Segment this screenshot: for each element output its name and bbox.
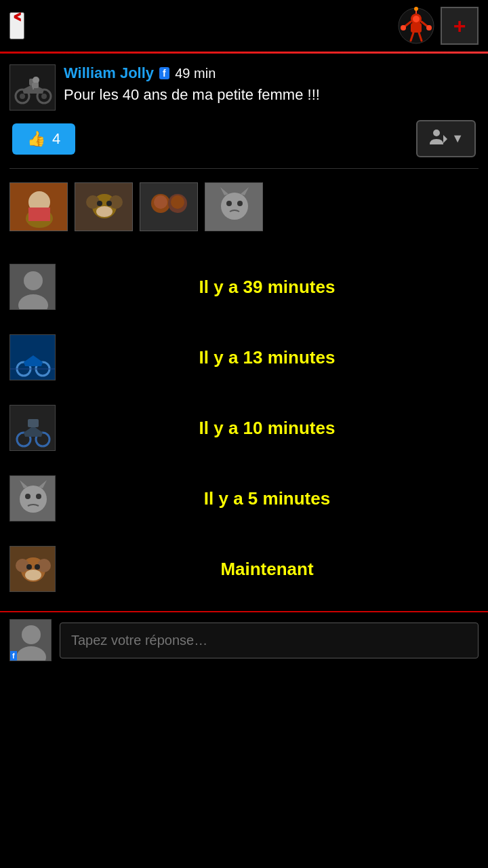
header-right: +: [397, 7, 479, 45]
activity-time-3: Il y a 10 minutes: [56, 418, 479, 439]
svg-point-7: [401, 25, 406, 31]
chevron-down-icon: ▼: [451, 132, 464, 146]
activity-time-2: Il y a 13 minutes: [56, 347, 479, 368]
activity-list: Il y a 39 minutes Il y a 13 minutes: [0, 245, 488, 611]
svg-point-33: [97, 201, 102, 206]
svg-marker-23: [443, 135, 447, 143]
svg-rect-58: [28, 419, 39, 427]
activity-time-5: Maintenant: [56, 559, 479, 580]
svg-point-8: [426, 25, 432, 31]
reply-avatar: f: [9, 619, 52, 661]
activity-avatar-4: [9, 475, 56, 521]
plus-icon: +: [453, 15, 466, 37]
activity-item-2[interactable]: Il y a 13 minutes: [0, 322, 488, 393]
thumbnail-4[interactable]: [205, 182, 263, 231]
svg-point-38: [154, 195, 167, 209]
svg-point-4: [414, 7, 418, 11]
svg-point-63: [25, 494, 30, 499]
post-author-line: William Jolly f 49 min: [64, 64, 479, 82]
svg-rect-9: [411, 23, 422, 33]
author-name: William Jolly: [64, 64, 154, 82]
thumbnails-row: [0, 169, 488, 245]
svg-rect-27: [28, 208, 50, 221]
svg-point-45: [237, 201, 243, 206]
svg-point-15: [20, 94, 25, 99]
svg-point-32: [96, 206, 113, 217]
header: ˂ +: [0, 0, 488, 52]
thumbnail-1[interactable]: [9, 182, 68, 231]
activity-item-3[interactable]: Il y a 10 minutes: [0, 393, 488, 463]
thumbnail-2[interactable]: [75, 182, 133, 231]
post-meta: William Jolly f 49 min Pour les 40 ans d…: [64, 64, 479, 104]
facebook-badge: f: [159, 67, 169, 79]
post-header: William Jolly f 49 min Pour les 40 ans d…: [9, 64, 479, 111]
like-count: 4: [52, 130, 60, 148]
like-button[interactable]: 👍 4: [12, 123, 75, 155]
post-avatar: [9, 64, 56, 111]
reply-input[interactable]: [60, 623, 479, 658]
activity-item-5[interactable]: Maintenant: [0, 534, 488, 604]
svg-point-39: [171, 195, 184, 209]
svg-rect-21: [32, 83, 39, 88]
person-icon: [428, 127, 447, 151]
add-button[interactable]: +: [441, 7, 479, 45]
activity-avatar-2: [9, 334, 56, 380]
svg-point-44: [226, 201, 232, 206]
svg-point-20: [33, 77, 39, 83]
svg-point-34: [106, 201, 112, 206]
svg-point-47: [24, 271, 43, 290]
thumbs-up-icon: 👍: [27, 130, 45, 148]
svg-point-70: [26, 564, 32, 570]
app-icon: [397, 7, 435, 45]
activity-time-1: Il y a 39 minutes: [56, 277, 479, 298]
back-button[interactable]: ˂: [9, 12, 24, 39]
svg-point-41: [221, 193, 248, 220]
svg-point-64: [36, 494, 41, 499]
follow-button[interactable]: ▼: [416, 120, 476, 157]
reply-area: f: [0, 611, 488, 668]
post-text: Pour les 40 ans de ma petite femme !!!: [64, 86, 479, 104]
activity-time-4: Il y a 5 minutes: [56, 488, 479, 509]
svg-point-16: [41, 94, 47, 99]
svg-point-69: [25, 570, 41, 580]
facebook-overlay: f: [10, 651, 17, 660]
activity-item-1[interactable]: Il y a 39 minutes: [0, 252, 488, 322]
post-time: 49 min: [175, 66, 216, 81]
activity-avatar-1: [9, 264, 56, 310]
svg-point-71: [35, 564, 40, 570]
activity-avatar-5: [9, 546, 56, 592]
activity-avatar-3: [9, 405, 56, 451]
action-row: 👍 4 ▼: [9, 120, 479, 157]
thumbnail-3[interactable]: [140, 182, 198, 231]
svg-point-73: [22, 625, 41, 644]
activity-item-4[interactable]: Il y a 5 minutes: [0, 463, 488, 534]
svg-point-22: [433, 130, 440, 136]
post-area: William Jolly f 49 min Pour les 40 ans d…: [0, 54, 488, 168]
svg-point-2: [413, 16, 420, 22]
svg-point-60: [20, 486, 47, 513]
